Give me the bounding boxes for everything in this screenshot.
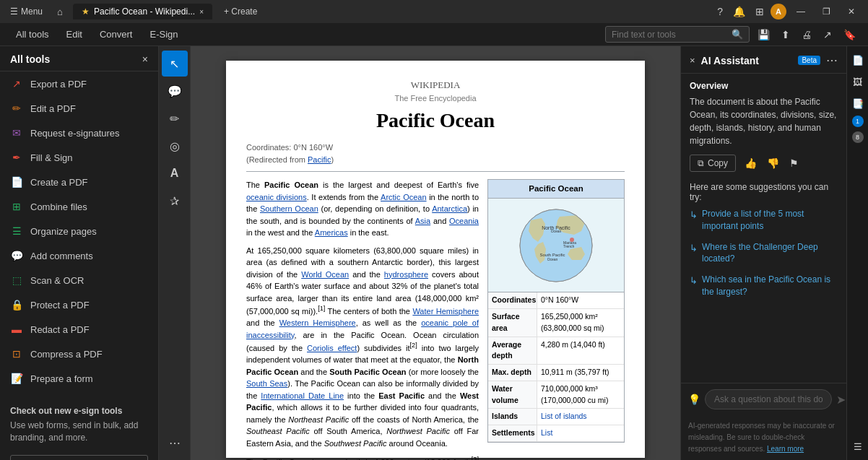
- wiki-page-title: Pacific Ocean: [246, 105, 625, 136]
- infobox-value-3: 10,911 m (35,797 ft): [537, 365, 613, 381]
- apps-icon[interactable]: ⊞: [752, 4, 768, 19]
- page-count-badge: 8: [852, 131, 864, 143]
- ai-overview-text: The document is about the Pacific Ocean,…: [690, 95, 838, 147]
- maximize-button[interactable]: ❐: [815, 4, 838, 19]
- home-icon: ⌂: [57, 6, 63, 17]
- sidebar-item-edit[interactable]: ✏ Edit a PDF: [0, 96, 158, 121]
- mini-btn-page[interactable]: 📄: [849, 51, 867, 69]
- title-bar-right: ? 🔔 ⊞ A — ❐ ✕: [713, 4, 862, 19]
- sidebar-label-form: Prepare a form: [30, 373, 93, 384]
- comment-icon: 💬: [168, 84, 182, 98]
- wiki-subtitle: The Free Encyclopedia: [246, 92, 625, 105]
- ai-suggestion-2[interactable]: ↳ Which sea in the Pacific Ocean is the …: [690, 274, 838, 298]
- protect-icon: 🔒: [10, 298, 23, 311]
- user-avatar[interactable]: A: [771, 4, 786, 19]
- print-icon-btn[interactable]: 🖨: [798, 27, 815, 43]
- sidebar-item-scan[interactable]: ⬚ Scan & OCR: [0, 268, 158, 292]
- ai-suggestion-0[interactable]: ↳ Provide a list of the 5 most important…: [690, 208, 838, 233]
- sidebar-item-form[interactable]: 📝 Prepare a form: [0, 366, 158, 391]
- infobox-globe: North Pacific Ocean South Pacific Ocean …: [488, 199, 624, 292]
- infobox-value-6: List: [537, 425, 556, 441]
- ai-footer-text: AI-generated responses may be inaccurate…: [688, 422, 835, 453]
- sidebar-item-protect[interactable]: 🔒 Protect a PDF: [0, 292, 158, 317]
- minimize-button[interactable]: —: [789, 4, 812, 19]
- sidebar-item-create[interactable]: 📄 Create a PDF: [0, 170, 158, 194]
- save-icon-btn[interactable]: 💾: [754, 27, 773, 43]
- notification-icon[interactable]: 🔔: [729, 4, 749, 19]
- see-all-button[interactable]: See All: [10, 455, 148, 460]
- search-input[interactable]: [612, 30, 727, 40]
- select-tool-btn[interactable]: ↖: [162, 51, 188, 77]
- menu-item-convert[interactable]: Convert: [92, 26, 140, 43]
- new-tab-button[interactable]: + Create: [218, 5, 263, 18]
- copy-label: Copy: [708, 158, 728, 168]
- infobox-value-1: 165,250,000 km² (63,800,000 sq mi): [537, 309, 624, 337]
- ai-panel: × AI Assistant Beta ⋯ Overview The docum…: [680, 46, 846, 460]
- tab-close-button[interactable]: ×: [199, 8, 204, 16]
- home-button[interactable]: ⌂: [53, 5, 67, 19]
- menu-item-alltools[interactable]: All tools: [9, 26, 56, 43]
- mini-btn-image[interactable]: 🖼: [849, 72, 867, 91]
- ai-content: Overview The document is about the Pacif…: [681, 74, 846, 383]
- ai-send-button[interactable]: ➤: [836, 393, 846, 407]
- sidebar-item-organize[interactable]: ☰ Organize pages: [0, 219, 158, 243]
- upload-icon-btn[interactable]: ⬆: [778, 27, 794, 43]
- sidebar-item-fillsign[interactable]: ✒ Fill & Sign: [0, 145, 158, 170]
- ai-question-input[interactable]: [705, 389, 832, 409]
- sidebar-item-compress[interactable]: ⊡ Compress a PDF: [0, 342, 158, 366]
- edit-tool-btn[interactable]: ✏: [162, 105, 188, 131]
- flag-button[interactable]: ⚑: [786, 156, 802, 170]
- pacific-link[interactable]: Pacific: [308, 155, 331, 164]
- help-icon[interactable]: ?: [713, 4, 726, 19]
- comment-tool-btn[interactable]: 💬: [162, 78, 188, 104]
- thumbs-down-button[interactable]: 👎: [764, 156, 782, 170]
- para-2: At 165,250,000 square kilometers (63,800…: [246, 245, 479, 450]
- menu-button[interactable]: ☰ Menu: [6, 5, 47, 18]
- form-icon: 📝: [10, 372, 23, 385]
- wiki-text: The Pacific Ocean is the largest and dee…: [246, 179, 479, 460]
- tools-bar: ↖ 💬 ✏ ◎ A ✰ ⋯: [159, 46, 191, 460]
- text-tool-btn[interactable]: A: [162, 160, 188, 186]
- wiki-infobox: Pacific Ocean: [487, 179, 625, 443]
- more-tools-btn[interactable]: ⋯: [162, 430, 188, 456]
- page-icon: 📄: [852, 55, 864, 66]
- suggestion-text-2: Which sea in the Pacific Ocean is the la…: [702, 274, 838, 298]
- menu-item-edit[interactable]: Edit: [59, 26, 90, 43]
- infobox-row-3: Max. depth 10,911 m (35,797 ft): [488, 365, 624, 381]
- markup-tool-btn[interactable]: ◎: [162, 133, 188, 159]
- suggestion-text-1: Where is the Challenger Deep located?: [702, 241, 838, 266]
- ai-suggestion-1[interactable]: ↳ Where is the Challenger Deep located?: [690, 241, 838, 266]
- pdf-area[interactable]: WIKIPEDIA The Free Encyclopedia Pacific …: [191, 46, 680, 460]
- image-icon: 🖼: [853, 77, 862, 87]
- sidebar-item-esign[interactable]: ✉ Request e-signatures: [0, 121, 158, 145]
- menu-item-esign[interactable]: E-Sign: [142, 26, 185, 43]
- sidebar-label-export: Export a PDF: [30, 79, 87, 90]
- sidebar-item-combine[interactable]: ⊞ Combine files: [0, 194, 158, 219]
- infobox-label-1: Surface area: [488, 309, 537, 337]
- sidebar-item-redact[interactable]: ▬ Redact a PDF: [0, 317, 158, 342]
- menu-bar: All tools Edit Convert E-Sign 🔍 💾 ⬆ 🖨 ↗ …: [0, 23, 868, 46]
- ai-copy-button[interactable]: ⧉ Copy: [690, 155, 736, 172]
- mini-btn-layers[interactable]: 📑: [849, 94, 867, 113]
- infobox-row-5: Islands List of islands: [488, 409, 624, 425]
- markup-icon: ◎: [170, 139, 180, 153]
- svg-text:Trench: Trench: [563, 244, 575, 248]
- share-icon-btn[interactable]: ↗: [820, 27, 836, 43]
- infobox-label-3: Max. depth: [488, 365, 537, 381]
- ai-close-button[interactable]: ×: [690, 55, 695, 66]
- mini-btn-menu[interactable]: ☰: [849, 437, 867, 456]
- bookmark-icon-btn[interactable]: 🔖: [840, 27, 859, 43]
- thumbs-up-button[interactable]: 👍: [742, 156, 760, 170]
- sign-tool-btn[interactable]: ✰: [162, 188, 188, 214]
- para-3: The Pacific Ocean's mean depth is 4,000 …: [246, 455, 479, 460]
- sidebar-item-export[interactable]: ↗ Export a PDF: [0, 71, 158, 96]
- active-tab[interactable]: ★ Pacific Ocean - Wikipedi... ×: [73, 4, 212, 19]
- wiki-redirect: (Redirected from Pacific): [246, 154, 625, 166]
- sidebar-label-scan: Scan & OCR: [30, 275, 84, 286]
- ai-more-button[interactable]: ⋯: [826, 53, 838, 67]
- sidebar-item-comments[interactable]: 💬 Add comments: [0, 243, 158, 268]
- ai-beta-badge: Beta: [798, 56, 820, 65]
- sidebar-close-button[interactable]: ×: [142, 53, 148, 65]
- close-button[interactable]: ✕: [841, 4, 862, 19]
- learn-more-link[interactable]: Learn more: [767, 445, 804, 453]
